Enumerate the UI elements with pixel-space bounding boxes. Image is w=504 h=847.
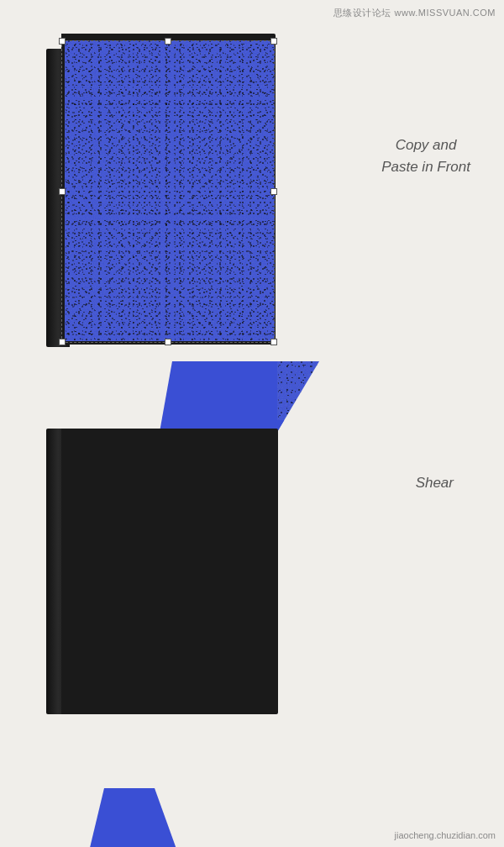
- book-cover-top: [65, 40, 275, 341]
- blue-tail: [84, 788, 185, 847]
- book-top: [46, 34, 286, 345]
- section-bottom: Shear Shear Shear Angle: °: [0, 361, 504, 847]
- book-bottom: [46, 361, 290, 714]
- shear-label: Shear: [416, 475, 454, 492]
- copy-paste-label: Copy and Paste in Front: [381, 134, 470, 177]
- section-top: Copy and Paste in Front: [0, 17, 504, 361]
- book-cover-bottom: [65, 435, 275, 711]
- watermark-bottom: jiaocheng.chuzidian.com: [395, 830, 496, 840]
